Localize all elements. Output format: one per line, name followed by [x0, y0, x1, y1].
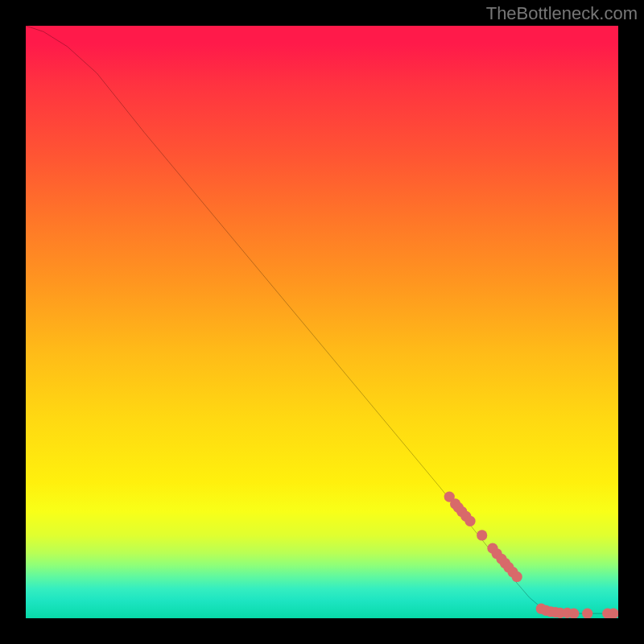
chart-svg	[26, 26, 618, 618]
data-curve	[26, 26, 618, 613]
watermark-text: TheBottleneck.com	[486, 3, 638, 24]
data-markers	[444, 491, 618, 618]
data-marker	[464, 516, 475, 526]
plot-area	[26, 26, 618, 618]
data-marker	[512, 572, 522, 582]
data-marker	[477, 530, 487, 540]
data-marker	[582, 608, 592, 618]
